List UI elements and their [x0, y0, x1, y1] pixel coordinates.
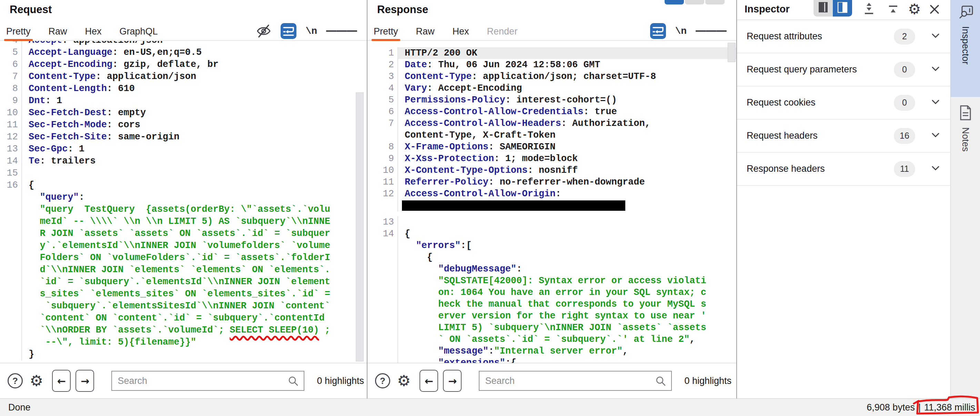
- highlight-count: 0 highlights: [317, 376, 364, 386]
- menu-icon[interactable]: [326, 29, 357, 33]
- settings-gear-icon[interactable]: ⚙: [908, 1, 921, 18]
- side-tab-notes[interactable]: Notes: [951, 97, 980, 186]
- line-number: 14: [368, 228, 398, 240]
- line-number: [0, 204, 22, 215]
- layout-option-icon[interactable]: [665, 0, 684, 5]
- soft-wrap-icon[interactable]: [281, 23, 296, 39]
- code-line: 10Sec-Fetch-Dest: empty: [0, 107, 367, 119]
- code-line: 9Dnt: 1: [0, 95, 367, 107]
- close-icon[interactable]: [929, 3, 940, 18]
- eye-slash-icon[interactable]: [256, 23, 272, 39]
- line-number: 3: [368, 71, 398, 83]
- newline-icon[interactable]: \n: [675, 26, 687, 37]
- code-line: 13: [368, 216, 736, 228]
- code-line: 14Te: trailers: [0, 155, 367, 167]
- settings-gear-icon[interactable]: ⚙: [397, 373, 410, 388]
- search-prev-button[interactable]: ←: [420, 370, 438, 392]
- tab-pretty[interactable]: Pretty: [6, 23, 31, 40]
- line-number: [0, 348, 22, 360]
- search-next-button[interactable]: →: [75, 370, 94, 392]
- line-number: [368, 345, 398, 357]
- code-line: 5Permissions-Policy: interest-cohort=(): [368, 94, 736, 106]
- code-line: s_sites` `elements_sites` ON `elements_s…: [0, 288, 367, 300]
- tab-render[interactable]: Render: [487, 23, 518, 40]
- help-icon[interactable]: ?: [375, 373, 390, 388]
- code-line: 15: [0, 167, 367, 179]
- side-tab-inspector[interactable]: Inspector: [951, 0, 980, 97]
- inspector-section-response-headers[interactable]: Response headers11: [737, 153, 950, 186]
- section-label: Request query parameters: [747, 64, 857, 75]
- line-number: 5: [368, 94, 398, 106]
- inspector-section-request-cookies[interactable]: Request cookies0: [737, 86, 950, 120]
- line-number: 7: [368, 118, 398, 129]
- response-editor[interactable]: 1HTTP/2 200 OK2Date: Thu, 06 Jun 2024 12…: [368, 41, 736, 363]
- response-scrollbar[interactable]: [728, 43, 736, 62]
- search-prev-button[interactable]: ←: [52, 370, 71, 392]
- dock-left-toggle-icon[interactable]: [813, 0, 833, 17]
- layout-option-icon[interactable]: [685, 0, 704, 5]
- search-next-button[interactable]: →: [443, 370, 461, 392]
- count-badge: 16: [894, 128, 915, 144]
- chevron-down-icon[interactable]: [931, 99, 940, 106]
- request-search-bar: ? ⚙ ← → 0 highlights: [0, 363, 367, 398]
- expand-all-icon[interactable]: [863, 3, 875, 18]
- inspector-section-request-attributes[interactable]: Request attributes2: [737, 20, 950, 53]
- tab-hex[interactable]: Hex: [85, 23, 102, 40]
- line-number: [368, 310, 398, 322]
- code-line: 4Accept: application/json: [0, 41, 367, 46]
- chevron-down-icon[interactable]: [931, 132, 940, 139]
- soft-wrap-icon[interactable]: [650, 23, 666, 39]
- tab-raw[interactable]: Raw: [416, 23, 435, 40]
- code-line: 6Access-Control-Allow-Credentials: true: [368, 106, 736, 118]
- line-number: 4: [0, 41, 22, 46]
- code-line: "errors":[: [368, 240, 736, 252]
- settings-gear-icon[interactable]: ⚙: [30, 373, 43, 388]
- line-number: [0, 191, 22, 204]
- view-layout-segment[interactable]: [665, 0, 725, 5]
- collapse-all-icon[interactable]: [887, 3, 899, 18]
- tab-hex[interactable]: Hex: [453, 23, 469, 40]
- help-icon[interactable]: ?: [8, 373, 23, 388]
- code-line: 9X-Xss-Protection: 1; mode=block: [368, 153, 736, 164]
- line-number: [0, 324, 22, 336]
- line-number: [368, 298, 398, 310]
- tab-raw[interactable]: Raw: [49, 23, 67, 40]
- newline-icon[interactable]: \n: [305, 26, 317, 37]
- menu-icon[interactable]: [695, 29, 727, 33]
- inspector-panel: Inspector: [737, 0, 950, 398]
- code-line: "extensions":{: [368, 357, 736, 363]
- chevron-down-icon[interactable]: [931, 33, 940, 40]
- line-number: 11: [0, 119, 22, 131]
- code-line: {: [368, 252, 736, 263]
- inspector-section-request-query-parameters[interactable]: Request query parameters0: [737, 53, 950, 86]
- code-line: `id` = `subquery`.`elementsId`\\nINNER J…: [0, 276, 367, 288]
- section-label: Request cookies: [747, 97, 816, 108]
- request-editor[interactable]: 4Accept: application/json5Accept-Languag…: [0, 41, 367, 363]
- line-number: 10: [368, 164, 398, 176]
- section-label: Request headers: [747, 131, 818, 141]
- request-scrollbar[interactable]: [356, 92, 364, 362]
- code-line: 1HTTP/2 200 OK: [368, 47, 736, 59]
- tab-graphql[interactable]: GraphQL: [119, 23, 158, 40]
- side-tab-strip: Inspector Notes: [950, 0, 980, 398]
- tab-pretty[interactable]: Pretty: [374, 23, 398, 40]
- search-input[interactable]: [111, 371, 304, 391]
- code-line: "query":: [0, 191, 367, 204]
- chevron-down-icon[interactable]: [931, 166, 940, 172]
- inspector-section-request-headers[interactable]: Request headers16: [737, 120, 950, 153]
- status-separator: |: [918, 402, 921, 413]
- layout-option-icon[interactable]: [705, 0, 725, 5]
- code-line: 7Access-Control-Allow-Headers: Authoriza…: [368, 118, 736, 129]
- code-line: LIMIT 5) `subquery`\nINNER JOIN `assets`…: [368, 322, 736, 333]
- code-line: Folders` ON `volumeFolders`.`id` = `asse…: [0, 252, 367, 264]
- line-number: [368, 263, 398, 275]
- chevron-down-icon[interactable]: [931, 66, 940, 73]
- count-badge: 0: [894, 95, 915, 111]
- dock-right-toggle-icon[interactable]: [833, 0, 852, 17]
- code-line: }: [0, 348, 367, 360]
- line-number: 8: [368, 141, 398, 153]
- search-input[interactable]: [479, 371, 672, 391]
- code-line: d`\\nINNER JOIN `elements` `elements` ON…: [0, 264, 367, 276]
- inspector-header: Inspector: [737, 0, 950, 20]
- code-line: 8Content-Length: 610: [0, 83, 367, 95]
